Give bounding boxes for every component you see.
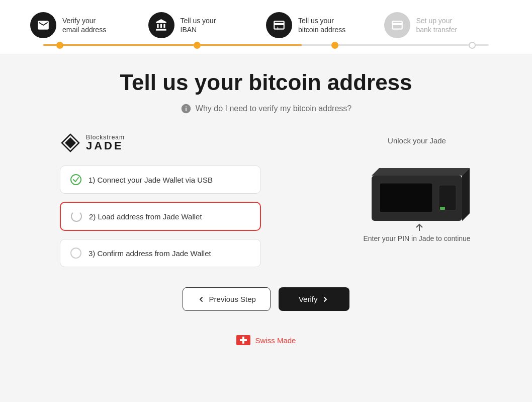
progress-dots (43, 42, 489, 49)
jade-device-svg (362, 153, 477, 231)
left-panel: Blockstream JADE 1) Connect your Jade Wa… (60, 132, 331, 267)
step-icon-email (30, 12, 56, 38)
card-area: Blockstream JADE 1) Connect your Jade Wa… (60, 132, 472, 267)
step-circle-1 (70, 174, 81, 185)
bitcoin-card-icon: ₿ (273, 19, 286, 32)
svg-rect-6 (380, 183, 432, 212)
progress-dot-3 (331, 42, 338, 49)
step-item-bank-transfer: Set up your bank transfer (384, 12, 502, 38)
wallet-step-1-label: 1) Connect your Jade Wallet via USB (88, 176, 213, 184)
wallet-step-2-label: 2) Load address from Jade Wallet (89, 212, 202, 221)
page-container: Verify your email address Tell us your I… (0, 0, 532, 402)
step-icon-transfer (384, 12, 410, 38)
previous-step-button[interactable]: Previous Step (183, 287, 271, 311)
step-icon-iban (148, 12, 174, 38)
page-title: Tell us your bitcoin address (120, 70, 412, 95)
unlock-label: Unlock your Jade (388, 136, 446, 145)
svg-rect-8 (440, 207, 445, 210)
progress-dot-4 (469, 42, 476, 49)
svg-marker-3 (372, 168, 470, 176)
wallet-step-2: 2) Load address from Jade Wallet (60, 202, 261, 231)
step-item-email: Verify your email address (30, 12, 148, 38)
progress-dot-1 (56, 42, 63, 49)
buttons-row: Previous Step Verify (183, 287, 350, 311)
swiss-flag (236, 335, 250, 345)
progress-dot-2 (194, 42, 201, 49)
email-icon (37, 19, 50, 32)
wallet-step-3: 3) Confirm address from Jade Wallet (60, 239, 261, 267)
wallet-step-1: 1) Connect your Jade Wallet via USB (60, 166, 261, 194)
step-label-iban: Tell us your IBAN (181, 16, 216, 34)
bank-icon (155, 19, 168, 32)
main-content: Tell us your bitcoin address Why do I ne… (0, 54, 532, 355)
step-label-email: Verify your email address (62, 16, 106, 34)
footer: Swiss Made (236, 335, 296, 345)
step-item-iban: Tell us your IBAN (148, 12, 267, 38)
wallet-step-3-label: 3) Confirm address from Jade Wallet (88, 249, 211, 258)
step-icon-bitcoin: ₿ (266, 12, 292, 38)
progress-section: Verify your email address Tell us your I… (0, 0, 532, 38)
progress-track (43, 44, 489, 46)
step-circle-2 (71, 211, 82, 222)
arrow-left-icon (197, 295, 205, 303)
swiss-cross-v (242, 337, 244, 344)
transfer-icon (391, 19, 404, 32)
jade-logo-text: Blockstream JADE (86, 134, 125, 151)
right-panel: Unlock your Jade (362, 132, 472, 243)
info-row[interactable]: Why do I need to verify my bitcoin addre… (181, 103, 351, 114)
progress-line-container (0, 38, 532, 54)
info-link-text[interactable]: Why do I need to verify my bitcoin addre… (196, 104, 351, 113)
jade-diamond-icon (60, 132, 81, 153)
step-item-bitcoin: ₿ Tell us your bitcoin address (266, 12, 384, 38)
svg-marker-9 (462, 168, 470, 221)
jade-device-illustration (362, 153, 472, 228)
step-label-transfer: Set up your bank transfer (416, 16, 458, 34)
swiss-made-text: Swiss Made (255, 336, 296, 345)
svg-text:₿: ₿ (277, 27, 279, 30)
jade-logo: Blockstream JADE (60, 132, 331, 153)
step-circle-3 (70, 248, 81, 259)
step-label-bitcoin: Tell us your bitcoin address (298, 16, 345, 34)
steps-row: Verify your email address Tell us your I… (30, 12, 502, 38)
arrow-right-icon (321, 295, 329, 303)
svg-rect-7 (439, 185, 456, 210)
check-icon (72, 176, 79, 183)
pin-instruction-text: Enter your PIN in Jade to continue (363, 234, 470, 243)
verify-button[interactable]: Verify (279, 287, 350, 311)
info-circle-icon (181, 103, 192, 114)
